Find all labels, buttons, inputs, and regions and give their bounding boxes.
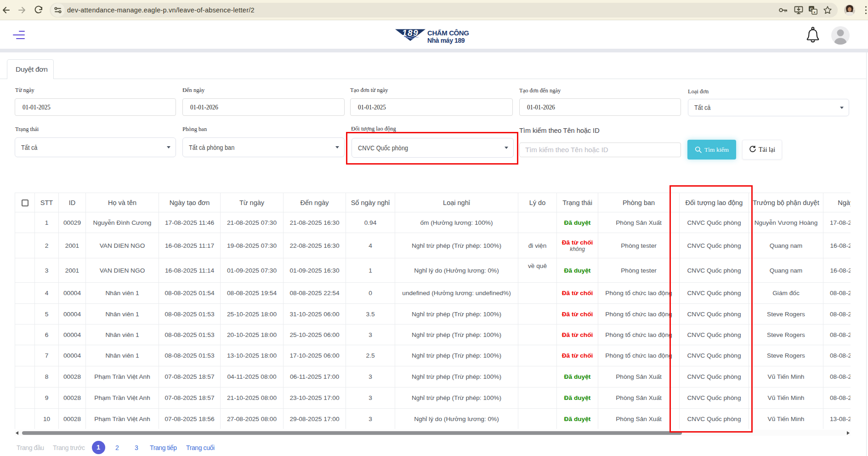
svg-text:189: 189 — [402, 29, 419, 38]
svg-text:x: x — [813, 10, 816, 14]
